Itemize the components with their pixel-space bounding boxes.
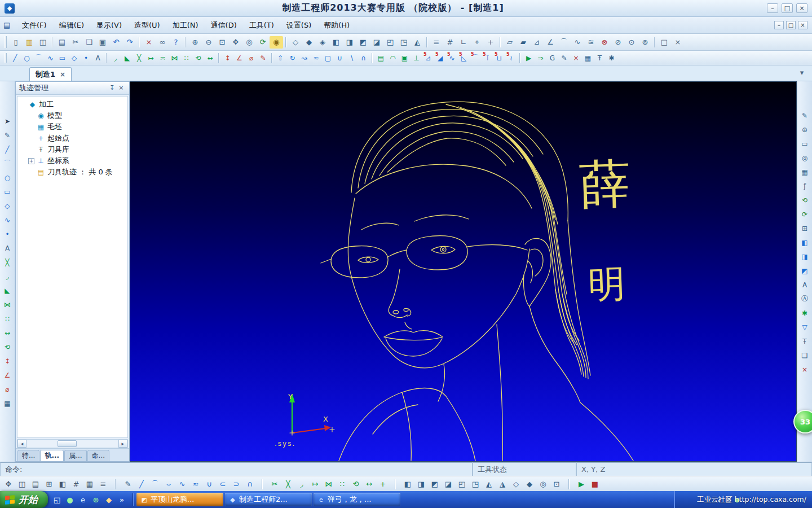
drawing-canvas[interactable]: Y X .sys. 薛 明 [130, 81, 797, 462]
plus-b[interactable]: + [376, 478, 390, 491]
highlight-mode[interactable]: ◉ [270, 36, 283, 49]
save-bottom[interactable]: ◫ [15, 478, 29, 491]
view-right-b[interactable]: ◳ [469, 478, 482, 491]
tree-item-toolpath[interactable]: ▤ 刀具轨迹 ： 共 0 条 [17, 167, 127, 178]
scroll-thumb[interactable] [58, 440, 77, 447]
sheet-bottom[interactable]: ▤ [29, 478, 42, 491]
panel-tab-feature[interactable]: 特... [17, 450, 39, 461]
extend-b[interactable]: ↦ [308, 478, 322, 491]
zoom-plus[interactable]: ⊕ [798, 124, 811, 135]
open-file[interactable]: ▥ [23, 36, 36, 49]
rect-tool[interactable]: ▭ [1, 186, 14, 198]
mirror[interactable]: ⋈ [169, 52, 180, 64]
menu-item[interactable]: 帮助(H) [317, 19, 356, 32]
half-left[interactable]: ◧ [798, 237, 811, 248]
surface-tool[interactable]: ▦ [1, 397, 14, 409]
tree-item-coordinate-system[interactable]: + ⊥ 坐标系 [17, 155, 127, 167]
sketch-pencil[interactable]: ✎ [1, 129, 14, 141]
approx-b[interactable]: ≈ [189, 478, 202, 491]
link[interactable]: ∞ [156, 36, 169, 49]
pan[interactable]: ✥ [229, 36, 242, 49]
wireframe-display[interactable]: ◇ [289, 36, 302, 49]
array[interactable]: ∷ [180, 52, 192, 64]
mdi-minimize-button[interactable]: – [774, 21, 784, 29]
trajectory-edit[interactable]: ✎ [558, 52, 570, 64]
offset[interactable]: ≍ [157, 52, 169, 64]
close-small[interactable]: × [798, 364, 811, 375]
menu-item[interactable]: 通信(D) [205, 19, 243, 32]
tree-expander-icon[interactable] [28, 135, 34, 142]
draw-line[interactable]: ╱ [9, 52, 21, 64]
view-iso2-b[interactable]: ◮ [496, 478, 509, 491]
array-tool[interactable]: ∷ [1, 313, 14, 325]
mill-drill[interactable]: ⊥ [411, 52, 422, 64]
arc-tool[interactable]: ⌒ [1, 157, 14, 169]
tree-expander-icon[interactable] [28, 147, 34, 153]
ortho[interactable]: ∟ [457, 36, 470, 49]
spline-b[interactable]: ∿ [175, 478, 189, 491]
shaded-display[interactable]: ◆ [302, 36, 316, 49]
tree-item-start-point[interactable]: + 起始点 [17, 133, 127, 144]
delete[interactable]: × [142, 36, 156, 49]
angle-tool[interactable]: ∠ [1, 369, 14, 381]
tree-expander-icon[interactable]: + [28, 158, 34, 164]
superset-b[interactable]: ⊃ [230, 478, 243, 491]
view-iso-b[interactable]: ◭ [482, 478, 496, 491]
zoom-window[interactable]: ⊡ [215, 36, 229, 49]
rotate[interactable]: ⟲ [192, 52, 204, 64]
coordinates[interactable]: + [484, 36, 497, 49]
cut[interactable]: ✂ [69, 36, 82, 49]
zoom-box-b[interactable]: ⊡ [550, 478, 563, 491]
shell[interactable]: ▢ [322, 52, 334, 64]
mdi-restore-button[interactable]: □ [786, 21, 796, 29]
toolbar-grip[interactable] [5, 36, 7, 47]
boolean-subtract[interactable]: ∖ [346, 52, 358, 64]
extend[interactable]: ↦ [145, 52, 157, 64]
play-b[interactable]: ▶ [575, 478, 588, 491]
scroll-right-icon[interactable]: ▸ [118, 440, 127, 448]
menu-item[interactable]: 工具(T) [243, 19, 280, 32]
hash-bottom[interactable]: # [69, 478, 83, 491]
dim-angle[interactable]: ∠ [233, 52, 245, 64]
tool-library[interactable]: Ŧ [594, 52, 606, 64]
tool-solid[interactable]: ▰ [517, 36, 530, 49]
menu-item[interactable]: 加工(N) [166, 19, 205, 32]
close-button[interactable]: × [796, 3, 807, 13]
curve-5axis[interactable]: ∿5 [446, 52, 458, 64]
start-button[interactable]: 开始 [0, 491, 48, 508]
tool-dot[interactable]: ⊙ [625, 36, 638, 49]
tool-plane[interactable]: ▱ [503, 36, 517, 49]
simulate[interactable]: ▶ [523, 52, 535, 64]
toolbar-grip[interactable] [5, 53, 7, 63]
chamfer[interactable]: ◣ [121, 52, 133, 64]
minimize-button[interactable]: – [767, 3, 778, 13]
target-view[interactable]: ◎ [798, 152, 811, 164]
view-back[interactable]: ◨ [343, 36, 356, 49]
close-toolbar[interactable]: × [671, 36, 685, 49]
menu-item[interactable]: 文件(F) [16, 19, 53, 32]
draw-point[interactable]: • [80, 52, 92, 64]
tool-triangle[interactable]: ⊿ [530, 36, 544, 49]
spline-tool[interactable]: ∿ [1, 214, 14, 226]
pin-icon[interactable]: ↧ [108, 84, 117, 93]
tree-expander-icon[interactable] [20, 102, 26, 108]
union-b[interactable]: ∪ [202, 478, 216, 491]
wire-b[interactable]: ◇ [509, 478, 523, 491]
text-tool[interactable]: A [1, 242, 14, 254]
new-file[interactable]: ▯ [9, 36, 23, 49]
zoom-out[interactable]: ⊖ [202, 36, 215, 49]
finish-5axis[interactable]: ◢5 [434, 52, 446, 64]
panel-close-icon[interactable]: × [117, 84, 126, 93]
tool-no[interactable]: ⊗ [598, 36, 611, 49]
drill-5axis[interactable]: ⊺5 [482, 52, 493, 64]
menu-item[interactable]: 显示(V) [90, 19, 128, 32]
grid[interactable]: # [443, 36, 457, 49]
dim-note[interactable]: ✎ [257, 52, 269, 64]
tool-angle[interactable]: ∠ [544, 36, 557, 49]
boolean-intersect[interactable]: ∩ [358, 52, 369, 64]
view-bottom-b[interactable]: ◪ [442, 478, 455, 491]
restore-button[interactable]: □ [782, 3, 793, 13]
mill-pocket[interactable]: ▣ [399, 52, 411, 64]
grid-bottom[interactable]: ⊞ [42, 478, 56, 491]
subset-b[interactable]: ⊂ [216, 478, 230, 491]
